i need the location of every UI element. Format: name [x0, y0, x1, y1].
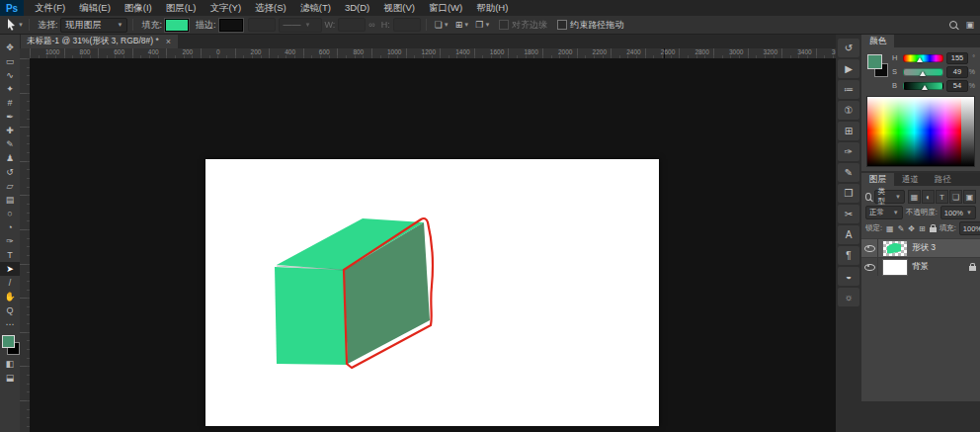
paragraph-icon[interactable]: ¶ [838, 246, 859, 265]
quick-mask-button[interactable]: ◧ [0, 357, 20, 371]
tab-paths[interactable]: 路径 [927, 173, 959, 186]
path-alignment-button[interactable]: ⊞▼ [455, 20, 470, 30]
opacity-dropdown[interactable]: 100% ▼ [940, 206, 976, 219]
lock-all-icon[interactable] [930, 227, 937, 232]
menu-item-10[interactable]: 帮助(H) [469, 0, 515, 16]
layer-visibility-toggle[interactable] [861, 258, 878, 276]
clone-source-icon[interactable]: ❐ [838, 184, 859, 203]
lock-pixels-icon[interactable]: ✎ [898, 224, 905, 233]
brightness-value[interactable]: 54 [946, 80, 968, 92]
menu-item-5[interactable]: 选择(S) [248, 0, 293, 16]
type-tool[interactable]: T [0, 248, 20, 262]
close-icon[interactable]: × [166, 37, 171, 46]
color-spectrum[interactable] [866, 96, 975, 167]
dodge-tool[interactable]: ◔ [0, 220, 20, 234]
hue-slider[interactable] [903, 54, 943, 62]
filter-shape-icon[interactable]: ❏ [949, 190, 962, 204]
panel-foreground-swatch[interactable] [867, 54, 882, 69]
character-icon[interactable]: A [838, 225, 859, 244]
menu-item-4[interactable]: 文字(Y) [203, 0, 248, 16]
layer-row-0[interactable]: 形状 3 [861, 238, 980, 257]
pen-tool[interactable]: ✑ [0, 234, 20, 248]
edit-toolbar-button[interactable]: ⋯ [0, 317, 20, 331]
clone-stamp-tool[interactable]: ♟ [0, 151, 20, 165]
marquee-tool[interactable]: ▭ [0, 54, 20, 68]
filter-adjustment-icon[interactable]: ◐ [922, 190, 935, 204]
box-front-face[interactable] [275, 267, 348, 365]
filter-type-icon[interactable]: T [936, 190, 948, 204]
layer-row-1[interactable]: 背景 [861, 257, 980, 276]
layer-fill-dropdown[interactable]: 100% ▼ [959, 221, 980, 235]
zoom-tool[interactable]: Q [0, 303, 20, 317]
constrain-path-drag-checkbox[interactable] [557, 20, 567, 30]
tool-preset-picker[interactable]: ▼ [6, 19, 24, 31]
menu-item-0[interactable]: 文件(F) [28, 0, 72, 16]
menu-item-1[interactable]: 编辑(E) [72, 0, 118, 16]
brightness-slider-thumb[interactable] [922, 85, 928, 90]
healing-brush-tool[interactable]: ✚ [0, 124, 20, 137]
menu-item-8[interactable]: 视图(V) [376, 0, 422, 16]
menu-item-3[interactable]: 图层(L) [159, 0, 204, 16]
layer-thumbnail[interactable] [882, 240, 908, 257]
layer-name[interactable]: 形状 3 [912, 242, 976, 254]
hand-tool[interactable]: ✋ [0, 290, 20, 303]
foreground-swatch[interactable] [2, 335, 15, 348]
tab-color[interactable]: 颜色 [861, 35, 894, 47]
brushes-icon[interactable]: ✎ [838, 163, 859, 182]
tab-layers[interactable]: 图层 [861, 173, 894, 186]
lasso-tool[interactable]: ∿ [0, 68, 20, 82]
saturation-slider[interactable] [903, 68, 943, 76]
grayscale-ramp[interactable] [961, 97, 974, 166]
filter-type-dropdown[interactable]: 类型 ▼ [874, 190, 905, 204]
screen-mode-button[interactable]: ⬓ [0, 371, 20, 385]
menu-item-7[interactable]: 3D(D) [338, 0, 376, 16]
brush-settings-icon[interactable]: ✑ [838, 142, 859, 161]
lock-position-icon[interactable]: ✥ [908, 224, 915, 233]
filter-smart-object-icon[interactable]: ▣ [963, 190, 976, 204]
layer-name[interactable]: 背景 [912, 261, 965, 273]
fill-swatch[interactable] [165, 19, 189, 32]
move-tool[interactable]: ✥ [0, 41, 20, 54]
saturation-slider-thumb[interactable] [920, 71, 926, 76]
tool-presets-icon[interactable]: ✂ [838, 205, 859, 223]
select-mode-dropdown[interactable]: 现用图层 ▼ [60, 18, 127, 33]
info-icon[interactable]: ① [838, 101, 859, 120]
search-icon[interactable] [949, 21, 957, 29]
filter-search-icon[interactable] [865, 193, 871, 201]
actions-icon[interactable]: ▶ [838, 59, 859, 78]
lock-transparency-icon[interactable]: ▦ [886, 224, 894, 233]
path-operations-button[interactable]: ❏▼ [435, 20, 449, 30]
layer-thumbnail[interactable] [882, 259, 908, 276]
spectrum-field[interactable] [867, 97, 961, 166]
stroke-swatch[interactable] [219, 19, 243, 32]
blur-tool[interactable]: ○ [0, 207, 20, 220]
menu-item-2[interactable]: 图像(I) [118, 0, 159, 16]
brush-tool[interactable]: ✎ [0, 137, 20, 151]
brightness-slider[interactable] [903, 82, 943, 90]
path-selection-tool[interactable]: ➤ [0, 262, 20, 276]
path-arrangement-button[interactable]: ❐▼ [475, 20, 490, 30]
layer-visibility-toggle[interactable] [861, 239, 878, 257]
document-canvas[interactable] [205, 159, 659, 426]
eyedropper-tool[interactable]: ✒ [0, 110, 20, 124]
lock-artboard-icon[interactable]: ⊞ [919, 224, 926, 233]
history-brush-tool[interactable]: ↺ [0, 165, 20, 179]
hue-value[interactable]: 155 [946, 52, 968, 64]
menu-item-6[interactable]: 滤镜(T) [293, 0, 338, 16]
gradient-tool[interactable]: ▤ [0, 193, 20, 207]
eraser-tool[interactable]: ▱ [0, 179, 20, 193]
menu-item-9[interactable]: 窗口(W) [422, 0, 469, 16]
tab-channels[interactable]: 通道 [894, 173, 927, 186]
libraries-icon[interactable]: ◒ [838, 267, 859, 286]
adjustments-icon[interactable]: ☼ [838, 288, 859, 306]
shape-tool[interactable]: / [0, 276, 20, 290]
document-tab[interactable]: 未标题-1 @ 31%(形状 3, RGB/8#) * × [20, 35, 178, 48]
magic-wand-tool[interactable]: ✦ [0, 82, 20, 96]
filter-pixel-icon[interactable]: ▦ [908, 190, 921, 204]
history-icon[interactable]: ↺ [838, 39, 859, 57]
saturation-value[interactable]: 49 [946, 66, 968, 78]
blend-mode-dropdown[interactable]: 正常 ▼ [865, 206, 903, 219]
properties-icon[interactable]: ≔ [838, 80, 859, 99]
hue-slider-thumb[interactable] [917, 57, 923, 62]
workspace-switcher-icon[interactable]: ▣ [965, 20, 974, 30]
